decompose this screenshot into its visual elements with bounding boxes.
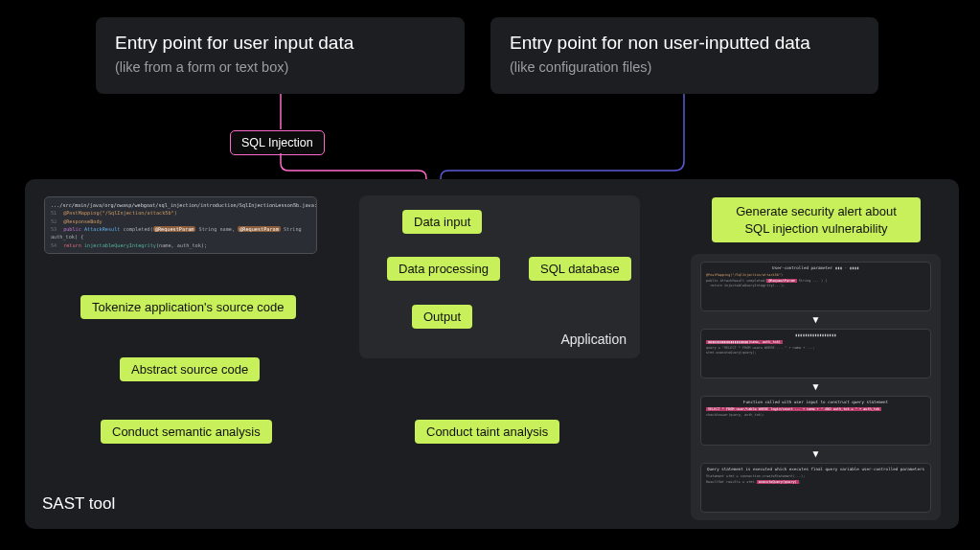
chevron-down-icon: ▼ <box>700 317 931 323</box>
alert-stack-item: Function called with user input to const… <box>700 396 931 446</box>
alert-item-header: Function called with user input to const… <box>706 400 925 405</box>
pill-output: Output <box>412 305 472 329</box>
alert-stack: User-controlled parameter ▮▮▮ · ▮▮▮▮ @Po… <box>691 254 941 520</box>
chevron-down-icon: ▼ <box>700 451 931 457</box>
pill-semantic: Conduct semantic analysis <box>101 420 272 444</box>
pill-taint: Conduct taint analysis <box>415 420 559 444</box>
pill-data-processing: Data processing <box>387 257 500 281</box>
entry-non-user-input: Entry point for non user-inputted data (… <box>490 17 878 94</box>
code-line: 53 public AttackResult completed(@Reques… <box>51 225 310 241</box>
pill-tokenize: Tokenize application's source code <box>80 295 296 319</box>
code-line: 51 @PostMapping("/SqlInjection/attack5b"… <box>51 209 310 217</box>
pill-alert-title: Generate security alert about SQL inject… <box>712 197 921 242</box>
pill-data-input: Data input <box>402 210 482 234</box>
alert-item-header: Query statement is executed which execut… <box>706 467 925 472</box>
entry-nonuser-title: Entry point for non user-inputted data <box>510 33 859 54</box>
alert-stack-item: ▮▮▮▮▮▮▮▮▮▮▮▮▮▮▮▮▮ ▮▮▮▮▮▮▮▮▮▮▮▮▮▮▮▮▮▮▮▮(n… <box>700 329 931 378</box>
application-label: Application <box>561 332 627 347</box>
alert-item-header: ▮▮▮▮▮▮▮▮▮▮▮▮▮▮▮▮▮ <box>706 332 925 338</box>
code-snippet: .../src/main/java/org/owasp/webgoat/sql_… <box>44 196 317 254</box>
pill-sql-database: SQL database <box>529 257 631 281</box>
alert-stack-item: User-controlled parameter ▮▮▮ · ▮▮▮▮ @Po… <box>700 262 931 311</box>
entry-nonuser-sub: (like configuration files) <box>510 59 859 75</box>
entry-user-input: Entry point for user input data (like fr… <box>96 17 465 94</box>
entry-user-sub: (like from a form or text box) <box>115 59 445 75</box>
code-line: 54 return injectableQueryIntegrity(name,… <box>51 241 310 249</box>
pill-abstract: Abstract source code <box>120 357 260 381</box>
alert-stack-item: Query statement is executed which execut… <box>700 463 931 513</box>
sql-injection-badge: SQL Injection <box>230 130 325 155</box>
code-line: 52 @ResponseBody <box>51 218 310 225</box>
entry-user-title: Entry point for user input data <box>115 33 445 54</box>
sast-label: SAST tool <box>42 494 115 514</box>
alert-item-header: User-controlled parameter ▮▮▮ · ▮▮▮▮ <box>706 265 925 271</box>
code-path: .../src/main/java/org/owasp/webgoat/sql_… <box>51 201 310 209</box>
chevron-down-icon: ▼ <box>700 384 931 390</box>
alert-title-text: Generate security alert about SQL inject… <box>725 203 907 237</box>
